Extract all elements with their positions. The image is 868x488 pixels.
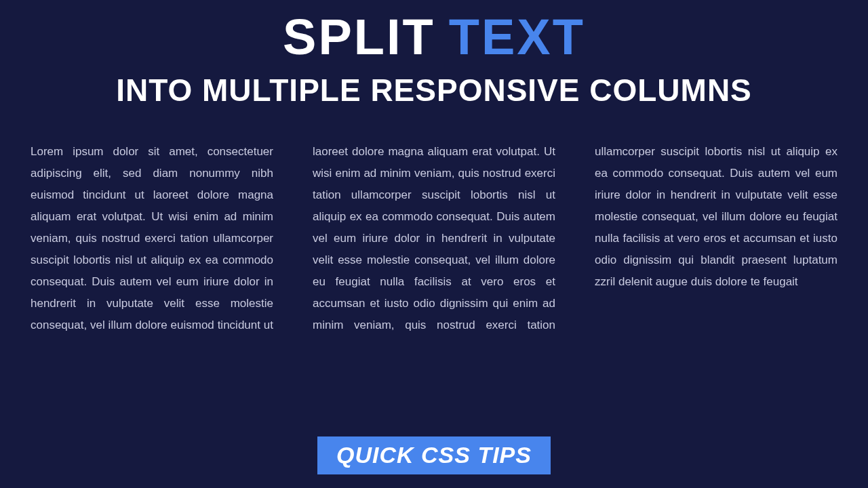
title-word-1: SPLIT (283, 9, 435, 65)
slide-canvas: SPLITTEXT INTO MULTIPLE RESPONSIVE COLUM… (0, 0, 868, 488)
badge-wrap: QUICK CSS TIPS (0, 436, 868, 474)
quick-css-tips-badge: QUICK CSS TIPS (317, 436, 551, 474)
title-word-2: TEXT (449, 9, 585, 65)
main-title: SPLITTEXT (283, 12, 585, 62)
subtitle: INTO MULTIPLE RESPONSIVE COLUMNS (116, 72, 752, 108)
body-columns: Lorem ipsum dolor sit amet, consectetuer… (31, 141, 837, 419)
